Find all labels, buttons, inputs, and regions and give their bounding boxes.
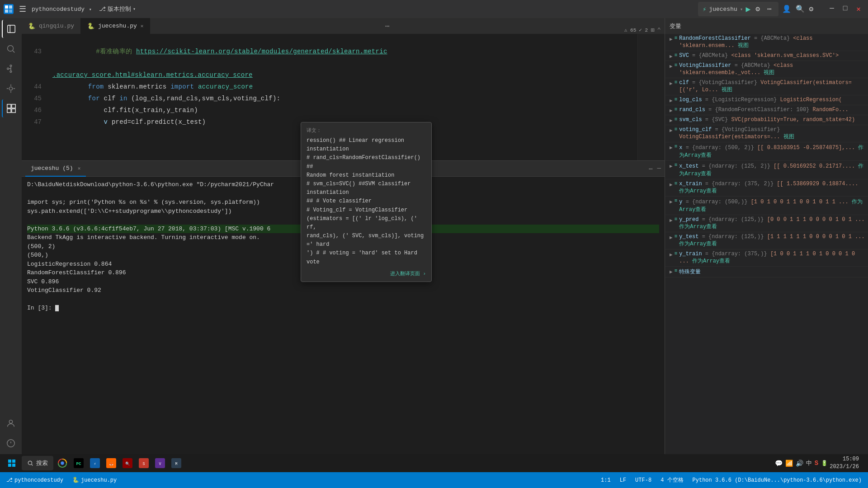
position-status[interactable]: 1:1	[599, 477, 613, 483]
tray-volume-icon[interactable]: 🔊	[796, 460, 803, 467]
svg-rect-1	[9, 5, 12, 9]
var-item-SVC[interactable]: ▶ ≡ SVC = {ABCMeta} <class 'sklearn.svm_…	[665, 51, 868, 61]
view-link[interactable]: 视图	[738, 42, 749, 49]
branch-icon: ⎇	[6, 477, 13, 483]
svg-rect-2	[5, 9, 8, 13]
search-icon[interactable]: 🔍	[796, 5, 805, 14]
activity-search[interactable]	[2, 40, 20, 58]
activity-git[interactable]	[2, 60, 20, 78]
encoding-status[interactable]: UTF-8	[633, 477, 653, 483]
svg-text:M: M	[175, 462, 178, 466]
var-item-log_cls[interactable]: ▶ ≡ log_cls = {LogisticRegression} Logis…	[665, 95, 868, 105]
run-button[interactable]: ▶	[745, 4, 750, 14]
taskbar-app2[interactable]: 🦊	[104, 456, 118, 470]
clock-time: 15:09	[830, 455, 859, 463]
var-item-y[interactable]: ▶ ≡ y = {ndarray: (500,)} [1 0 1 0 0 1 1…	[665, 197, 868, 215]
svg-text:⚡: ⚡	[94, 462, 96, 466]
activity-account[interactable]	[2, 414, 20, 432]
dropdown-icon[interactable]: ▾	[740, 6, 743, 12]
tray-app-s[interactable]: S	[815, 460, 818, 467]
taskbar-app3[interactable]: 🔍	[120, 456, 135, 470]
tab-jueceshu[interactable]: 🐍 jueceshu.py ✕	[81, 18, 150, 34]
split-editor-button[interactable]: ⊞	[651, 26, 654, 34]
taskbar-chrome[interactable]	[55, 456, 70, 470]
tab-close-jueceshu[interactable]: ✕	[141, 23, 144, 29]
var-item-y_test[interactable]: ▶ ≡ y_test = {ndarray: (125,)} [1 1 1 1 …	[665, 232, 868, 249]
taskbar-pycharm[interactable]: PC	[71, 456, 86, 470]
activity-bar	[0, 18, 22, 472]
activity-extensions[interactable]	[2, 99, 20, 117]
taskbar-app5[interactable]: V	[153, 456, 167, 470]
system-clock[interactable]: 15:09 2023/1/26	[830, 455, 859, 471]
array-view-link[interactable]: 作为Array查看	[679, 188, 717, 194]
translation-page-link[interactable]: 进入翻译页面 ›	[307, 270, 426, 277]
var-item-VotingClassifier[interactable]: ▶ ≡ VotingClassifier = {ABCMeta} <class …	[665, 61, 868, 78]
var-type-icon: ≡	[675, 62, 678, 68]
terminal-collapse-icon[interactable]: ─	[657, 165, 661, 172]
var-item-x_test[interactable]: ▶ ≡ x_test = {ndarray: (125, 2)} [[ 0.50…	[665, 161, 868, 179]
minimize-button[interactable]: ─	[826, 4, 838, 14]
maximize-button[interactable]: □	[840, 4, 851, 14]
interpreter-status[interactable]: Python 3.6.6 (D:\BaiduNe...\python-3.6.6…	[691, 477, 863, 483]
activity-explorer[interactable]	[2, 20, 20, 38]
account-icon[interactable]: 👤	[782, 5, 791, 14]
var-item-x_train[interactable]: ▶ ≡ x_train = {ndarray: (375, 2)} [[ 1.5…	[665, 179, 868, 197]
collapse-button[interactable]: ⌃	[657, 26, 661, 34]
tray-ime[interactable]: 中	[806, 459, 812, 467]
more-options-button[interactable]: ⋯	[765, 4, 774, 14]
terminal-more-icon[interactable]: ⋯	[649, 165, 652, 173]
variables-list[interactable]: ▶ ≡ RandomForestClassifier = {ABCMeta} <…	[665, 34, 868, 472]
tray-chat-icon[interactable]: 💬	[775, 460, 783, 467]
var-type-icon: ≡	[675, 127, 678, 132]
project-name[interactable]: pythoncodestudy ▾	[32, 6, 92, 13]
terminal-panel-icons: ⋯ ─	[649, 165, 661, 173]
var-item-x[interactable]: ▶ ≡ x = {ndarray: (500, 2)} [[ 0.8310391…	[665, 142, 868, 161]
line-ending-status[interactable]: LF	[618, 477, 628, 483]
tray-network-icon[interactable]: 📶	[785, 460, 793, 467]
tab-qingqiu[interactable]: 🐍 qingqiu.py	[22, 18, 81, 34]
var-item-y_train[interactable]: ▶ ≡ y_train = {ndarray: (375,)} [1 0 0 1…	[665, 249, 868, 267]
array-view-link[interactable]: 作为Array查看	[692, 258, 730, 264]
expand-arrow: ▶	[670, 127, 673, 133]
indent-status[interactable]: 4 个空格	[659, 476, 685, 484]
var-item-special[interactable]: ▶ ≡ 特殊变量	[665, 267, 868, 277]
activity-debug[interactable]	[2, 80, 20, 98]
expand-arrow: ▶	[670, 36, 673, 42]
array-view-link[interactable]: 作为Array查看	[679, 224, 717, 230]
var-item-y_pred[interactable]: ▶ ≡ y_pred = {ndarray: (125,)} [0 0 0 1 …	[665, 215, 868, 232]
svg-rect-4	[8, 25, 15, 33]
svg-text:PC: PC	[76, 461, 81, 466]
var-item-clf[interactable]: ▶ ≡ clf = {VotingClassifier} VotingClass…	[665, 78, 868, 95]
view-link[interactable]: 视图	[764, 70, 774, 76]
version-control[interactable]: ⎇ 版本控制 ▾	[99, 5, 136, 13]
global-settings-icon[interactable]: ⚙	[809, 5, 814, 14]
terminal-close-button[interactable]: ✕	[78, 165, 81, 171]
activity-feedback[interactable]	[2, 434, 20, 452]
taskbar-app1[interactable]: ⚡	[88, 456, 102, 470]
svg-rect-0	[5, 5, 8, 9]
var-item-svm_cls[interactable]: ▶ ≡ svm_cls = {SVC} SVC(probability=True…	[665, 115, 868, 125]
close-button[interactable]: ✕	[853, 4, 864, 14]
var-item-rand_cls[interactable]: ▶ ≡ rand_cls = {RandomForestClassifier: …	[665, 105, 868, 115]
var-item-voting_clf[interactable]: ▶ ≡ voting_clf = {VotingClassifier} Voti…	[665, 125, 868, 142]
debug-settings-button[interactable]: ⚙	[753, 4, 762, 14]
branch-status[interactable]: ⎇ pythoncodestudy	[5, 477, 65, 483]
taskbar-app6[interactable]: M	[169, 456, 184, 470]
tab-more-button[interactable]: ⋯	[382, 22, 393, 31]
start-button[interactable]	[4, 455, 20, 471]
view-link[interactable]: 视图	[783, 134, 794, 140]
file-status[interactable]: 🐍 jueceshu.py	[71, 477, 118, 483]
menu-icon[interactable]: ☰	[17, 2, 28, 16]
terminal-tab-jueceshu[interactable]: jueceshu (5) ✕	[25, 161, 86, 177]
array-view-link[interactable]: 作为Array查看	[679, 241, 717, 247]
taskbar-app4[interactable]: S	[137, 456, 151, 470]
var-content: VotingClassifier = {ABCMeta} <class 'skl…	[679, 62, 865, 76]
var-item-RandomForestClassifier[interactable]: ▶ ≡ RandomForestClassifier = {ABCMeta} <…	[665, 34, 868, 51]
taskbar-search[interactable]: 搜索	[22, 456, 53, 470]
svg-rect-3	[9, 9, 12, 13]
variables-header: 变量	[665, 18, 868, 34]
var-content: y_pred = {ndarray: (125,)} [0 0 0 1 1 1 …	[679, 216, 865, 230]
clock-date: 2023/1/26	[830, 463, 859, 471]
env-name[interactable]: jueceshu	[709, 6, 737, 13]
view-link[interactable]: 视图	[722, 87, 732, 93]
